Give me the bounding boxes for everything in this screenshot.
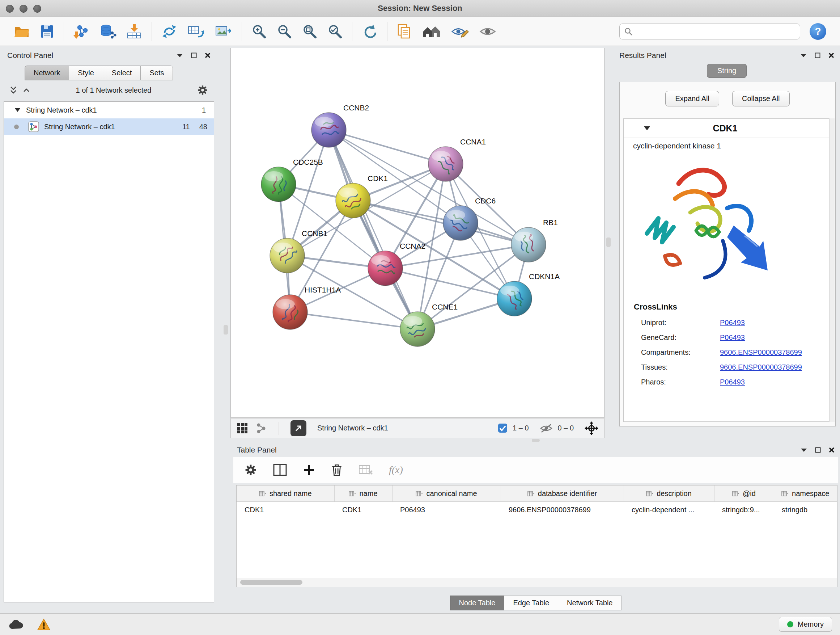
tab-node-table[interactable]: Node Table [450,595,505,610]
cloud-status-button[interactable] [8,619,24,630]
right-splitter-handle[interactable] [606,238,611,247]
column-header[interactable]: shared name [237,486,334,502]
help-button[interactable]: ? [810,23,826,40]
delete-column-button[interactable] [331,463,343,477]
search-input[interactable] [636,27,796,36]
open-session-button[interactable] [9,24,35,39]
network-edge[interactable] [329,130,417,329]
network-node[interactable] [270,238,305,273]
table-options-button[interactable] [244,463,257,477]
panel-close-button[interactable] [829,447,835,453]
column-header[interactable]: @id [714,486,774,502]
tab-style[interactable]: Style [69,65,103,80]
column-header[interactable]: description [624,486,714,502]
zoom-out-button[interactable] [272,24,297,40]
network-node[interactable] [273,295,308,329]
panel-collapse-button[interactable] [801,448,807,452]
column-header[interactable]: namespace [774,486,837,502]
scrollbar-thumb[interactable] [240,580,302,585]
table-cell[interactable]: cyclin-dependent ... [624,502,714,518]
gene-section-header[interactable]: CDK1 [624,119,829,138]
delete-table-button[interactable] [358,464,373,476]
network-node[interactable] [511,227,546,262]
table-cell[interactable]: CDK1 [237,502,334,518]
new-network-button[interactable] [156,24,182,40]
import-network-file-button[interactable] [68,24,95,40]
collapse-all-button[interactable]: Collapse All [732,91,790,106]
crosslink-link[interactable]: 9606.ENSP00000378699 [720,363,802,371]
panel-close-button[interactable] [205,52,210,58]
zoom-selected-button[interactable] [322,24,347,40]
expand-all-tree-button[interactable] [9,86,17,95]
network-view-button[interactable] [256,423,267,434]
table-cell[interactable]: 9606.ENSP00000378699 [501,502,624,518]
zoom-fit-button[interactable] [297,24,322,40]
create-column-button[interactable] [303,464,315,476]
network-node[interactable] [336,183,370,218]
network-node[interactable] [428,147,463,181]
column-header[interactable]: database identifier [501,486,624,502]
table-splitter-handle[interactable] [532,439,540,442]
home-button[interactable] [417,24,446,40]
function-builder-button[interactable]: f(x) [389,464,403,476]
refresh-view-button[interactable] [357,24,383,40]
crosslink-link[interactable]: P06493 [720,333,745,342]
show-graphics-details-button[interactable] [474,24,501,40]
column-header[interactable]: canonical name [392,486,501,502]
network-canvas[interactable]: CCNB2CCNA1CDC25BCDK1CDC6RB1CCNB1CCNA2CDK… [231,48,605,418]
panel-float-button[interactable] [815,52,821,58]
export-image-button[interactable] [210,24,237,40]
tab-sets[interactable]: Sets [141,65,173,80]
network-collection-row[interactable]: String Network – cdk1 1 [4,102,214,119]
tab-select[interactable]: Select [103,65,141,80]
zoom-in-button[interactable] [246,24,272,40]
warnings-button[interactable] [37,618,51,631]
collapse-all-tree-button[interactable] [22,86,30,95]
network-node[interactable] [400,312,435,347]
import-table-button[interactable] [121,24,147,40]
panel-float-button[interactable] [191,52,197,58]
results-scrollbar[interactable] [830,119,835,422]
network-edge[interactable] [329,130,446,164]
network-node[interactable] [261,167,296,202]
crosslink-link[interactable]: 9606.ENSP00000378699 [720,348,802,356]
window-minimize-button[interactable] [19,5,27,13]
table-row[interactable]: CDK1 CDK1 P06493 9606.ENSP00000378699 cy… [237,502,837,518]
panel-collapse-button[interactable] [177,54,183,57]
network-node[interactable] [443,206,478,241]
table-cell[interactable]: stringdb:9... [714,502,774,518]
save-session-button[interactable] [35,24,59,39]
window-close-button[interactable] [6,5,14,13]
memory-button[interactable]: Memory [779,617,832,632]
table-cell[interactable]: CDK1 [334,502,392,518]
panel-collapse-button[interactable] [800,54,807,57]
table-cell[interactable]: stringdb [774,502,837,518]
network-node[interactable] [368,251,403,286]
tab-network-table[interactable]: Network Table [558,595,622,610]
window-maximize-button[interactable] [33,5,41,13]
grid-view-button[interactable] [237,423,248,434]
show-hide-graphics-button[interactable] [446,24,474,40]
crosslink-link[interactable]: P06493 [720,378,745,386]
import-network-database-button[interactable] [95,24,121,40]
tab-edge-table[interactable]: Edge Table [504,595,558,610]
new-network-from-table-button[interactable] [182,24,210,40]
panel-close-button[interactable] [829,52,834,58]
network-options-button[interactable] [197,84,208,96]
column-header[interactable]: name [334,486,392,502]
birds-eye-view-button[interactable] [291,420,306,436]
table-horizontal-scrollbar[interactable] [237,578,837,587]
tab-string[interactable]: String [707,64,747,78]
network-row[interactable]: String Network – cdk1 11 48 [4,119,214,135]
show-columns-button[interactable] [273,464,287,476]
network-edge[interactable] [385,268,515,299]
crosslink-link[interactable]: P06493 [720,318,745,327]
fit-selected-button[interactable] [584,421,598,435]
panel-float-button[interactable] [815,447,821,453]
expand-all-button[interactable]: Expand All [665,91,719,106]
network-edge[interactable] [353,201,529,245]
tab-network[interactable]: Network [25,65,69,80]
left-splitter-handle[interactable] [224,325,228,334]
copy-button[interactable] [392,23,417,40]
network-node[interactable] [497,281,532,316]
